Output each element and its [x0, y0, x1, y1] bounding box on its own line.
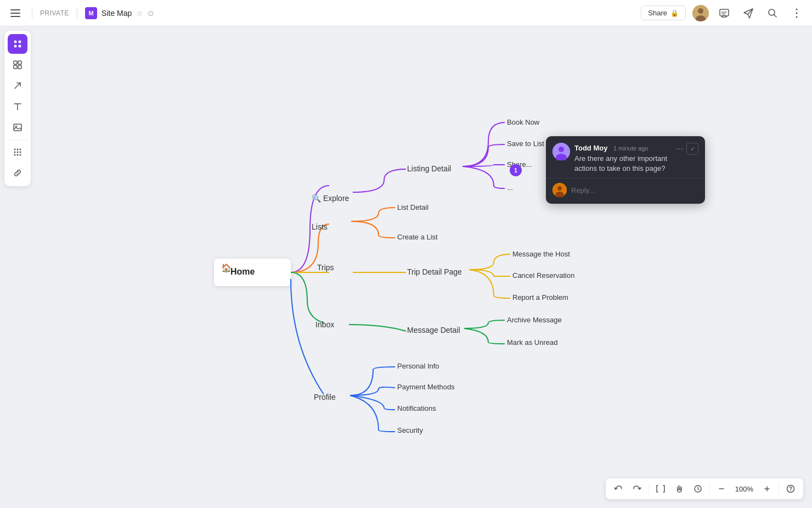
svg-point-16	[19, 41, 21, 43]
svg-line-11	[774, 14, 777, 17]
redo-button[interactable]	[629, 481, 645, 497]
svg-rect-21	[14, 65, 17, 69]
inbox-label: Inbox	[315, 320, 334, 329]
comment-badge-text: 1	[514, 167, 517, 174]
notifications-label: Notifications	[397, 404, 436, 412]
share-button[interactable]: Share 🔒	[641, 5, 686, 20]
hand-tool-button[interactable]	[671, 481, 687, 497]
svg-line-23	[15, 83, 20, 88]
cancel-reservation-label: Cancel Reservation	[512, 271, 574, 280]
archive-message-label: Archive Message	[507, 316, 562, 324]
bottom-toolbar: 100% ?	[606, 478, 803, 499]
personal-info-label: Personal Info	[397, 362, 439, 370]
help-button[interactable]: ?	[782, 481, 799, 497]
undo-button[interactable]	[610, 481, 627, 497]
private-label: PRIVATE	[40, 9, 69, 17]
svg-point-44	[557, 186, 562, 191]
svg-rect-20	[18, 61, 21, 64]
left-toolbar	[4, 31, 31, 186]
star-icon[interactable]: ☆	[136, 9, 143, 18]
header-divider	[32, 8, 32, 19]
svg-point-35	[17, 154, 19, 156]
mindmap-svg: 🏠 Home 🔍 Explore Listing Detail Book Now…	[0, 26, 812, 508]
message-detail-label: Message Detail	[407, 326, 460, 334]
svg-point-29	[17, 149, 19, 150]
comment-avatar	[552, 143, 570, 160]
lock-icon: 🔒	[670, 9, 679, 17]
svg-rect-6	[720, 9, 729, 16]
list-detail-label: List Detail	[397, 203, 428, 211]
bracket-button[interactable]	[652, 481, 669, 497]
history-button[interactable]	[690, 481, 706, 497]
chat-icon[interactable]	[715, 4, 733, 22]
svg-point-18	[19, 45, 21, 48]
text-tool[interactable]	[8, 97, 27, 116]
grid-tool[interactable]	[8, 142, 27, 162]
menu-icon[interactable]	[7, 4, 24, 22]
link-tool[interactable]	[8, 163, 27, 183]
header-divider2	[77, 8, 77, 19]
image-tool[interactable]	[8, 118, 27, 137]
comment-author: Todd Moy	[574, 144, 607, 152]
trips-label: Trips	[317, 263, 334, 272]
profile-label: Profile	[314, 393, 336, 401]
report-problem-label: Report a Problem	[512, 293, 568, 302]
arrow-tool[interactable]	[8, 76, 27, 96]
zoom-in-button[interactable]	[759, 481, 775, 497]
comment-more-button[interactable]: ···	[676, 144, 683, 153]
send-icon[interactable]	[740, 4, 757, 22]
message-host-label: Message the Host	[512, 250, 570, 258]
svg-point-33	[20, 152, 21, 153]
select-tool[interactable]	[8, 34, 27, 54]
header: PRIVATE M Site Map ☆ ⊙ Share 🔒	[0, 0, 812, 26]
comment-resolve-button[interactable]: ✓	[686, 143, 698, 155]
svg-rect-26	[14, 124, 21, 131]
payment-methods-label: Payment Methods	[397, 383, 455, 391]
comment-header: Todd Moy 1 minute ago Are there any othe…	[546, 136, 705, 178]
svg-rect-22	[18, 65, 21, 69]
svg-point-31	[14, 152, 16, 153]
reply-avatar	[552, 183, 567, 197]
comment-reply-area	[546, 178, 705, 204]
svg-point-32	[17, 152, 19, 153]
zoom-level: 100%	[732, 485, 757, 493]
toolbar-divider3	[779, 483, 779, 494]
reply-input[interactable]	[571, 186, 698, 194]
resolve-icon: ✓	[690, 146, 695, 153]
svg-point-30	[20, 149, 21, 150]
svg-text:?: ?	[789, 486, 792, 492]
svg-point-34	[14, 154, 16, 156]
search-icon[interactable]	[764, 4, 781, 22]
canvas[interactable]: 🏠 Home 🔍 Explore Listing Detail Book Now…	[0, 26, 812, 508]
trip-detail-label: Trip Detail Page	[407, 267, 462, 276]
book-now-label: Book Now	[507, 118, 540, 126]
svg-point-4	[698, 8, 703, 14]
svg-point-13	[796, 12, 798, 14]
security-label: Security	[397, 426, 423, 434]
zoom-out-button[interactable]	[713, 481, 730, 497]
save-to-list-label: Save to List	[507, 139, 544, 148]
svg-rect-2	[10, 16, 20, 17]
more-label: ...	[507, 183, 513, 192]
header-left: PRIVATE M Site Map ☆ ⊙	[7, 4, 154, 22]
avatar[interactable]	[692, 5, 709, 21]
svg-point-14	[796, 16, 798, 18]
comment-text: Are there any other important actions to…	[574, 154, 672, 174]
comment-actions: ··· ✓	[676, 143, 698, 155]
comment-popup: Todd Moy 1 minute ago Are there any othe…	[546, 136, 705, 204]
home-label: Home	[230, 267, 255, 276]
svg-rect-19	[14, 61, 17, 64]
toolbar-divider1	[649, 483, 649, 494]
mark-unread-label: Mark as Unread	[507, 338, 557, 347]
svg-point-36	[20, 154, 21, 156]
explore-label: 🔍 Explore	[312, 194, 349, 203]
settings-icon[interactable]: ⊙	[148, 9, 154, 18]
more-options-icon[interactable]	[788, 4, 805, 22]
doc-title: Site Map	[101, 9, 132, 18]
lists-label: Lists	[312, 222, 328, 231]
toolbar-divider2	[709, 483, 710, 494]
frame-tool[interactable]	[8, 55, 27, 75]
create-list-label: Create a List	[397, 233, 438, 241]
comment-time: 1 minute ago	[613, 145, 649, 152]
svg-point-41	[559, 147, 564, 152]
